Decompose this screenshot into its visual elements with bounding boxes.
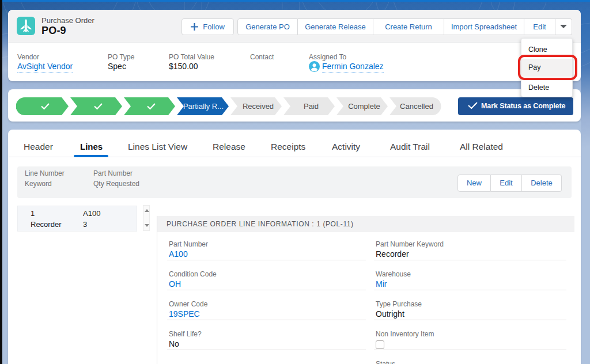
svg-text:Paid: Paid bbox=[304, 102, 319, 111]
svg-text:Partially R...: Partially R... bbox=[183, 102, 224, 111]
svg-text:Received: Received bbox=[243, 102, 274, 111]
svg-text:Complete: Complete bbox=[348, 102, 380, 111]
svg-text:Cancelled: Cancelled bbox=[400, 102, 433, 111]
